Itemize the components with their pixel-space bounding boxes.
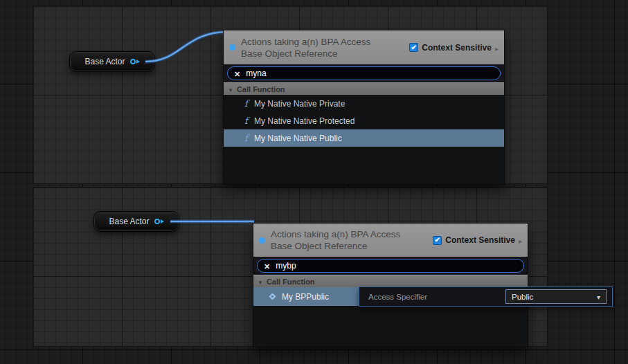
- action-item-selected[interactable]: My Native Native Public: [224, 129, 504, 147]
- expand-arrow-icon[interactable]: [495, 42, 499, 54]
- pin-dot-icon: [229, 44, 235, 51]
- function-icon: [243, 133, 249, 143]
- search-box[interactable]: [257, 259, 524, 273]
- action-item[interactable]: My Native Native Protected: [224, 112, 504, 129]
- pin-arrow-icon: [161, 219, 164, 224]
- category-call-function[interactable]: Call Function: [253, 275, 528, 287]
- category-label: Call Function: [267, 277, 315, 286]
- pin-dot-icon: [259, 237, 265, 244]
- access-specifier-dropdown[interactable]: Public: [505, 289, 607, 304]
- bp-function-diamond-icon: [269, 293, 276, 300]
- expand-arrow-icon[interactable]: [519, 234, 522, 246]
- action-list: My Native Native Private My Native Nativ…: [224, 95, 504, 184]
- base-actor-node-bottom[interactable]: Base Actor: [93, 211, 179, 232]
- category-label: Call Function: [237, 85, 285, 93]
- search-input[interactable]: [276, 261, 517, 271]
- context-sensitive-label: Context Sensitive: [422, 43, 492, 53]
- context-sensitive-group: Context Sensitive: [433, 234, 522, 246]
- context-sensitive-checkbox[interactable]: [409, 43, 418, 52]
- category-call-function[interactable]: Call Function: [224, 82, 504, 95]
- menu-title: Actions taking a(n) BPA Access Base Obje…: [241, 36, 370, 60]
- object-reference-pin-icon[interactable]: [130, 59, 140, 64]
- function-icon: [243, 98, 249, 109]
- chevron-down-icon: [597, 293, 600, 301]
- context-action-menu-bottom: Actions taking a(n) BPA Access Base Obje…: [253, 223, 528, 347]
- action-item-label: My Native Native Protected: [254, 116, 355, 126]
- search-box[interactable]: [227, 66, 501, 80]
- action-list: My BPPublic Access Specifier Public: [253, 287, 528, 347]
- action-item-label: My BPPublic: [282, 292, 329, 302]
- menu-title: Actions taking a(n) BPA Access Base Obje…: [271, 228, 400, 252]
- menu-title-line1: Actions taking a(n) BPA Access: [241, 36, 370, 48]
- context-sensitive-checkbox[interactable]: [433, 236, 442, 245]
- clear-search-icon[interactable]: [234, 67, 240, 80]
- pin-ring-icon: [130, 59, 136, 64]
- access-specifier-label: Access Specifier: [368, 293, 427, 301]
- context-action-menu-top: Actions taking a(n) BPA Access Base Obje…: [223, 30, 505, 185]
- action-item-selected[interactable]: My BPPublic Access Specifier Public: [253, 287, 528, 306]
- access-specifier-popup: Access Specifier Public: [359, 286, 613, 307]
- empty-list-area: [253, 306, 528, 347]
- clear-search-icon[interactable]: [264, 260, 270, 272]
- base-actor-node-top[interactable]: Base Actor: [69, 51, 155, 72]
- pin-arrow-icon: [136, 60, 140, 64]
- action-item-label: My Native Native Public: [254, 134, 342, 143]
- menu-header: Actions taking a(n) BPA Access Base Obje…: [253, 224, 528, 257]
- empty-list-area: [224, 147, 504, 184]
- graph-background[interactable]: Base Actor Base Actor Actions taking a(n…: [0, 0, 628, 364]
- search-input[interactable]: [246, 69, 494, 78]
- action-item-label: My Native Native Private: [254, 99, 345, 109]
- menu-title-line2: Base Object Reference: [271, 240, 400, 252]
- action-item[interactable]: My Native Native Private: [224, 95, 504, 112]
- object-reference-pin-icon[interactable]: [154, 219, 164, 224]
- search-row: [253, 257, 528, 275]
- function-icon: [243, 116, 249, 126]
- context-sensitive-label: Context Sensitive: [445, 235, 515, 245]
- collapse-triangle-icon[interactable]: [258, 277, 263, 286]
- pin-ring-icon: [154, 219, 160, 224]
- context-sensitive-group: Context Sensitive: [409, 42, 499, 54]
- dropdown-selected-value: Public: [512, 293, 533, 301]
- node-title: Base Actor: [84, 57, 125, 66]
- node-title: Base Actor: [109, 217, 149, 226]
- search-row: [224, 64, 504, 82]
- menu-title-line2: Base Object Reference: [241, 48, 370, 60]
- menu-title-line1: Actions taking a(n) BPA Access: [271, 228, 400, 240]
- collapse-triangle-icon[interactable]: [228, 85, 233, 93]
- menu-header: Actions taking a(n) BPA Access Base Obje…: [224, 30, 504, 64]
